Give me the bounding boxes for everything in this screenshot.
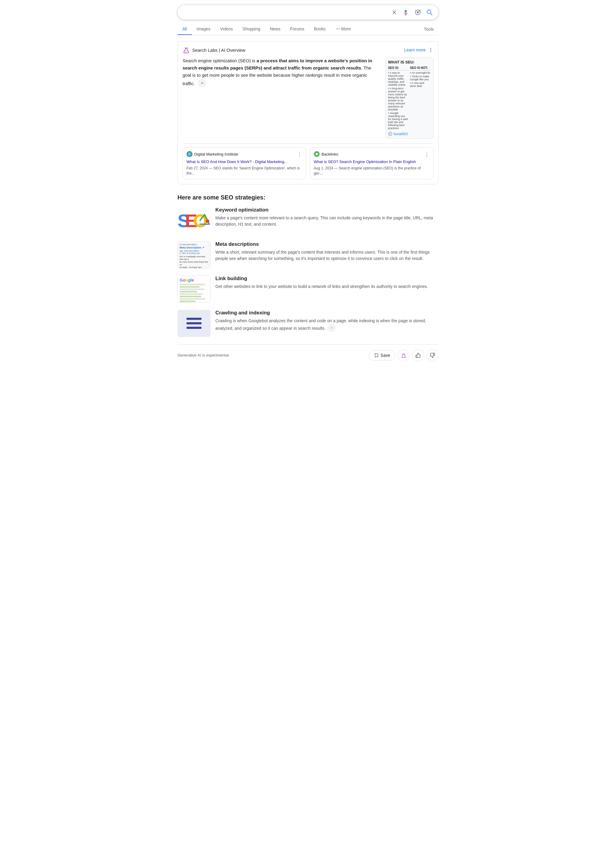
svg-point-5 bbox=[417, 11, 419, 13]
strategy-link-content: Link building Get other websites to link… bbox=[215, 275, 438, 290]
search-icons bbox=[391, 8, 434, 17]
svg-point-8 bbox=[336, 28, 337, 30]
strategy-meta-name: Meta descriptions bbox=[215, 241, 438, 247]
strategy-link: Google Link building Get other websites … bbox=[178, 275, 438, 303]
seo-logo-svg: S E O bbox=[178, 209, 211, 233]
seo-isnot-item-3: • A one-and-done deal bbox=[410, 81, 431, 88]
strategy-link-image: Google bbox=[178, 275, 211, 303]
clear-button[interactable] bbox=[391, 9, 398, 16]
feedback-flag-button[interactable] bbox=[398, 349, 410, 361]
expand-button[interactable] bbox=[328, 324, 336, 332]
seo-is-item-2: • A long-term answer to get more visitor… bbox=[388, 87, 409, 111]
social-seo-logo: SocialSEO bbox=[388, 132, 431, 136]
flask-icon bbox=[182, 46, 190, 53]
bookmark-icon bbox=[374, 353, 379, 358]
ai-overview-divider bbox=[182, 143, 434, 144]
strategy-keyword-name: Keyword optimization bbox=[215, 207, 438, 213]
svg-point-13 bbox=[187, 50, 187, 51]
lens-button[interactable] bbox=[413, 8, 422, 17]
ai-image-grid: SEO IS: • A way to improve your quality,… bbox=[388, 66, 431, 130]
source-backlinko-name: Backlinko bbox=[322, 152, 338, 156]
learn-more-label[interactable]: Learn more bbox=[404, 47, 426, 52]
hamburger-icon bbox=[187, 318, 201, 329]
ai-overview-section: Search Labs | AI Overview Learn more Sea… bbox=[178, 41, 438, 184]
search-icon bbox=[426, 9, 433, 16]
microphone-icon bbox=[402, 9, 409, 16]
strategies-section: Here are some SEO strategies: S E O Keyw… bbox=[178, 194, 438, 337]
svg-point-15 bbox=[431, 48, 431, 49]
strategy-keyword-desc: Make a page's content more relevant to a… bbox=[215, 215, 438, 228]
seo-isnot-item-1: • An overnight fix bbox=[410, 71, 431, 75]
svg-rect-1 bbox=[405, 13, 406, 14]
more-options-icon[interactable] bbox=[428, 47, 434, 53]
ai-overview-actions[interactable]: Learn more bbox=[404, 47, 434, 53]
tab-news[interactable]: News bbox=[265, 24, 285, 35]
tab-more[interactable]: More bbox=[330, 24, 356, 35]
collapse-button[interactable] bbox=[198, 79, 206, 87]
source-card-dmi-site: D Digital Marketing Institute bbox=[187, 151, 238, 157]
search-button[interactable] bbox=[426, 8, 434, 16]
svg-point-0 bbox=[405, 10, 407, 13]
source-dmi-name: Digital Marketing Institute bbox=[194, 152, 238, 156]
col-header-seo-is: SEO IS: bbox=[388, 66, 409, 71]
social-seo-icon bbox=[388, 132, 392, 136]
tab-all[interactable]: All bbox=[178, 24, 192, 35]
source-card-backlinko-site: Backlinko bbox=[314, 151, 338, 157]
tools-tab[interactable]: Tools bbox=[419, 24, 438, 35]
svg-point-12 bbox=[185, 51, 186, 52]
tab-shopping[interactable]: Shopping bbox=[237, 24, 265, 35]
strategy-keyword-image: S E O bbox=[178, 207, 211, 234]
save-button[interactable]: Save bbox=[369, 350, 395, 360]
voice-search-button[interactable] bbox=[402, 8, 410, 17]
thumbs-down-icon bbox=[430, 352, 435, 358]
search-bar-container: what is seo bbox=[178, 0, 438, 24]
thumbs-down-button[interactable] bbox=[426, 349, 438, 361]
svg-point-9 bbox=[337, 28, 338, 30]
search-bar: what is seo bbox=[178, 5, 438, 20]
thumbs-up-button[interactable] bbox=[412, 349, 424, 361]
ai-image-title: WHAT IS SEU: bbox=[388, 60, 431, 64]
source-dmi-desc: Feb 27, 2024 — SEO stands for 'Search En… bbox=[187, 166, 302, 176]
svg-point-10 bbox=[339, 28, 339, 30]
source-card-backlinko-header: Backlinko ⋮ bbox=[314, 151, 429, 157]
strategies-title: Here are some SEO strategies: bbox=[178, 194, 438, 201]
source-card-dmi[interactable]: D Digital Marketing Institute ⋮ What Is … bbox=[182, 148, 306, 179]
source-card-backlinko[interactable]: Backlinko ⋮ What is SEO? Search Engine O… bbox=[310, 148, 434, 179]
source-card-dmi-header: D Digital Marketing Institute ⋮ bbox=[187, 151, 302, 157]
source-dmi-title: What Is SEO And How Does It Work? - Digi… bbox=[187, 159, 302, 165]
ai-overview-title: Search Labs | AI Overview bbox=[182, 46, 245, 53]
strategy-meta: a meta description Meta Description ↗ ta… bbox=[178, 241, 438, 268]
generative-label: Generative AI is experimental. bbox=[178, 353, 229, 357]
chevron-up-icon bbox=[200, 81, 204, 85]
tab-forums[interactable]: Forums bbox=[285, 24, 309, 35]
col-header-seo-isnot: SEO IS NOT: bbox=[410, 66, 431, 71]
favicon-dmi: D bbox=[187, 151, 193, 157]
save-label: Save bbox=[380, 353, 390, 358]
seo-isnot-item-2: • Tricks to make Google like you bbox=[410, 75, 431, 81]
svg-point-16 bbox=[431, 50, 431, 50]
strategy-meta-image: a meta description Meta Description ↗ ta… bbox=[178, 241, 211, 268]
strategy-link-name: Link building bbox=[215, 275, 438, 282]
nav-tabs: All Images Videos Shopping News Forums B… bbox=[178, 24, 438, 35]
strategy-keyword: S E O Keyword optimization Make a page's… bbox=[178, 207, 438, 234]
strategy-crawling-name: Crawling and indexing bbox=[215, 310, 438, 316]
seo-is-item-1: • A way to improve your quality, traffic… bbox=[388, 71, 409, 87]
bottom-actions: Save bbox=[369, 349, 438, 361]
flask-small-icon bbox=[401, 352, 406, 358]
ai-overview-badge-text: Search Labs | AI Overview bbox=[192, 47, 245, 53]
thumbs-up-icon bbox=[415, 352, 421, 358]
ai-content-row: Search engine optimization (SEO) is a pr… bbox=[182, 57, 434, 139]
seo-is-item-3: • Google rewarding you for having a well… bbox=[388, 111, 409, 130]
search-input[interactable]: what is seo bbox=[182, 9, 387, 15]
tab-images[interactable]: Images bbox=[192, 24, 215, 35]
tab-books[interactable]: Books bbox=[309, 24, 330, 35]
svg-rect-23 bbox=[199, 223, 210, 225]
source-dmi-menu-icon[interactable]: ⋮ bbox=[297, 151, 302, 157]
ai-overview-header: Search Labs | AI Overview Learn more bbox=[182, 46, 434, 53]
svg-point-14 bbox=[186, 52, 187, 52]
tab-videos[interactable]: Videos bbox=[215, 24, 237, 35]
strategy-meta-content: Meta descriptions Write a short, relevan… bbox=[215, 241, 438, 262]
svg-point-17 bbox=[431, 51, 431, 52]
source-backlinko-menu-icon[interactable]: ⋮ bbox=[424, 151, 429, 157]
source-backlinko-title: What is SEO? Search Engine Optimization … bbox=[314, 159, 429, 165]
